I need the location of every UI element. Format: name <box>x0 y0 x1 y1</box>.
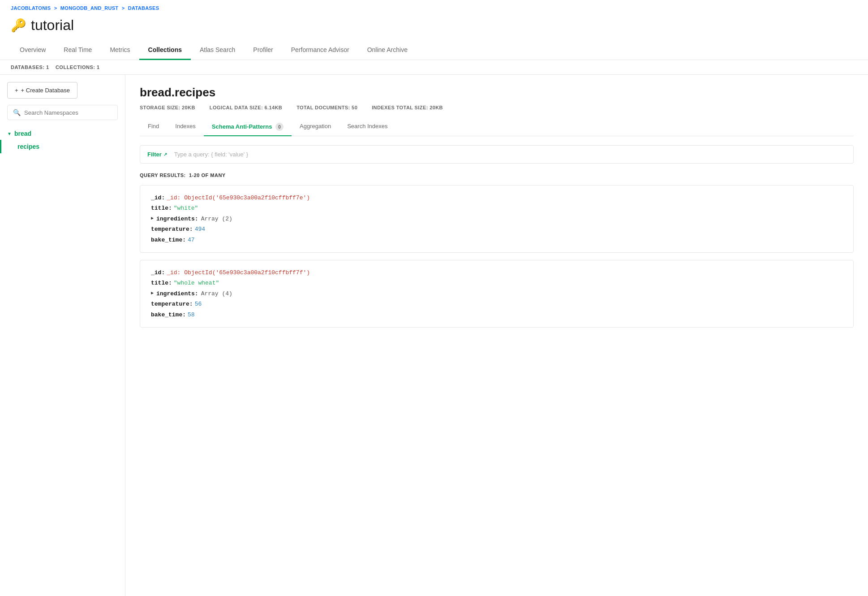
meta-storage-value: 20KB <box>182 105 195 110</box>
doc2-baketime-field: bake_time: 58 <box>151 310 842 320</box>
filter-input-placeholder[interactable]: Type a query: { field: 'value' } <box>174 151 248 158</box>
doc1-ingredients-key: ingredients: <box>156 214 198 224</box>
main-layout: + + Create Database 🔍 ▼ bread recipes br… <box>0 75 868 596</box>
tab-realtime[interactable]: Real Time <box>55 41 101 60</box>
doc2-id-key: _id: <box>151 268 165 278</box>
document-1: _id: _id: ObjectId('65e930c3a00a2f10cffb… <box>140 185 854 253</box>
doc1-baketime-field: bake_time: 47 <box>151 235 842 245</box>
doc2-title-field: title: "whole wheat" <box>151 278 842 288</box>
inner-tab-schema-anti-patterns[interactable]: Schema Anti-Patterns 0 <box>204 118 292 136</box>
content-area: bread.recipes STORAGE SIZE: 20KB LOGICAL… <box>125 75 868 596</box>
meta-docs-label: TOTAL DOCUMENTS: <box>296 105 350 110</box>
doc1-ingredients-value: Array (2) <box>201 214 232 224</box>
inner-tab-indexes[interactable]: Indexes <box>167 118 204 136</box>
filter-label[interactable]: Filter ↗ <box>147 151 167 158</box>
page-title: tutorial <box>31 17 74 34</box>
doc1-title-key: title: <box>151 203 172 213</box>
meta-docs-value: 50 <box>352 105 357 110</box>
tab-overview[interactable]: Overview <box>11 41 55 60</box>
inner-tab-search-indexes[interactable]: Search Indexes <box>339 118 395 136</box>
inner-tab-schema-label: Schema Anti-Patterns <box>212 123 272 130</box>
tab-metrics[interactable]: Metrics <box>101 41 139 60</box>
doc1-ingredients-field[interactable]: ► ingredients: Array (2) <box>151 214 842 224</box>
create-database-button[interactable]: + + Create Database <box>7 82 77 99</box>
database-name: bread <box>14 130 31 137</box>
doc2-ingredients-key: ingredients: <box>156 289 198 299</box>
meta-logical-size: LOGICAL DATA SIZE: 6.14KB <box>210 105 282 110</box>
inner-tabs: Find Indexes Schema Anti-Patterns 0 Aggr… <box>140 118 854 136</box>
collection-title: bread.recipes <box>140 86 854 99</box>
inner-tab-aggregation[interactable]: Aggregation <box>292 118 339 136</box>
doc2-title-key: title: <box>151 278 172 288</box>
collection-item-recipes[interactable]: recipes <box>0 140 125 153</box>
meta-index-value: 20KB <box>430 105 443 110</box>
query-results-label: QUERY RESULTS: 1-20 OF MANY <box>140 173 854 178</box>
database-item-bread[interactable]: ▼ bread <box>0 127 125 140</box>
collections-label: COLLECTIONS: <box>56 65 95 70</box>
breadcrumb-part-1[interactable]: JACOBLATONIS <box>11 5 51 11</box>
breadcrumb-part-2[interactable]: MONGODB_AND_RUST <box>60 5 118 11</box>
meta-index-size: INDEXES TOTAL SIZE: 20KB <box>372 105 443 110</box>
tab-profiler[interactable]: Profiler <box>244 41 282 60</box>
doc2-temperature-field: temperature: 56 <box>151 299 842 309</box>
doc1-id-field: _id: _id: ObjectId('65e930c3a00a2f10cffb… <box>151 193 842 203</box>
meta-storage-size: STORAGE SIZE: 20KB <box>140 105 195 110</box>
nav-tabs: Overview Real Time Metrics Collections A… <box>0 41 868 60</box>
collection-name: recipes <box>17 143 39 150</box>
tab-collections[interactable]: Collections <box>139 41 191 60</box>
query-results-prefix: QUERY RESULTS: <box>140 173 186 178</box>
tab-performance-advisor[interactable]: Performance Advisor <box>282 41 358 60</box>
meta-logical-value: 6.14KB <box>264 105 282 110</box>
sidebar: + + Create Database 🔍 ▼ bread recipes <box>0 75 125 596</box>
databases-count: 1 <box>46 65 49 70</box>
doc2-title-value: "whole wheat" <box>174 278 219 288</box>
doc2-temperature-value: 56 <box>195 299 202 309</box>
doc1-id-key: _id: <box>151 193 165 203</box>
doc2-ingredients-field[interactable]: ► ingredients: Array (4) <box>151 289 842 299</box>
collection-meta: STORAGE SIZE: 20KB LOGICAL DATA SIZE: 6.… <box>140 105 854 110</box>
tab-online-archive[interactable]: Online Archive <box>358 41 417 60</box>
schema-anti-patterns-badge: 0 <box>275 123 284 131</box>
search-namespaces-input[interactable] <box>24 109 112 116</box>
tab-atlas-search[interactable]: Atlas Search <box>191 41 244 60</box>
doc2-baketime-key: bake_time: <box>151 310 186 320</box>
doc1-baketime-key: bake_time: <box>151 235 186 245</box>
doc1-baketime-value: 47 <box>188 235 195 245</box>
search-icon: 🔍 <box>13 109 21 116</box>
caret-icon: ▼ <box>7 131 12 136</box>
doc2-id-value: _id: ObjectId('65e930c3a00a2f10cffbff7f'… <box>167 268 310 278</box>
doc2-id-field: _id: _id: ObjectId('65e930c3a00a2f10cffb… <box>151 268 842 278</box>
breadcrumb-sep-1: > <box>54 5 59 11</box>
filter-bar: Filter ↗ Type a query: { field: 'value' … <box>140 145 854 164</box>
breadcrumb-part-3[interactable]: DATABASES <box>128 5 159 11</box>
inner-tab-find[interactable]: Find <box>140 118 167 136</box>
meta-index-label: INDEXES TOTAL SIZE: <box>372 105 428 110</box>
doc2-temperature-key: temperature: <box>151 299 193 309</box>
create-db-label: + Create Database <box>21 87 70 94</box>
create-db-plus-icon: + <box>15 87 18 94</box>
doc1-temperature-field: temperature: 494 <box>151 224 842 234</box>
search-namespaces-box: 🔍 <box>7 105 118 120</box>
expand-icon: ► <box>151 215 154 223</box>
breadcrumb-sep-2: > <box>122 5 126 11</box>
external-link-icon: ↗ <box>163 152 167 157</box>
collections-count: 1 <box>97 65 100 70</box>
filter-text: Filter <box>147 151 162 158</box>
doc1-title-value: "white" <box>174 203 198 213</box>
breadcrumb: JACOBLATONIS > MONGODB_AND_RUST > DATABA… <box>0 0 868 13</box>
page-header: 🔑 tutorial <box>0 13 868 41</box>
expand-icon-2: ► <box>151 289 154 298</box>
doc1-title-field: title: "white" <box>151 203 842 213</box>
doc1-temperature-value: 494 <box>195 224 205 234</box>
meta-storage-label: STORAGE SIZE: <box>140 105 180 110</box>
doc2-baketime-value: 58 <box>188 310 195 320</box>
document-2: _id: _id: ObjectId('65e930c3a00a2f10cffb… <box>140 260 854 328</box>
doc2-ingredients-value: Array (4) <box>201 289 232 299</box>
meta-logical-label: LOGICAL DATA SIZE: <box>210 105 263 110</box>
databases-label: DATABASES: <box>11 65 44 70</box>
user-icon: 🔑 <box>11 18 26 33</box>
doc1-temperature-key: temperature: <box>151 224 193 234</box>
doc1-id-value: _id: ObjectId('65e930c3a00a2f10cffbff7e'… <box>167 193 310 203</box>
meta-total-docs: TOTAL DOCUMENTS: 50 <box>296 105 357 110</box>
stats-bar: DATABASES: 1 COLLECTIONS: 1 <box>0 60 868 75</box>
